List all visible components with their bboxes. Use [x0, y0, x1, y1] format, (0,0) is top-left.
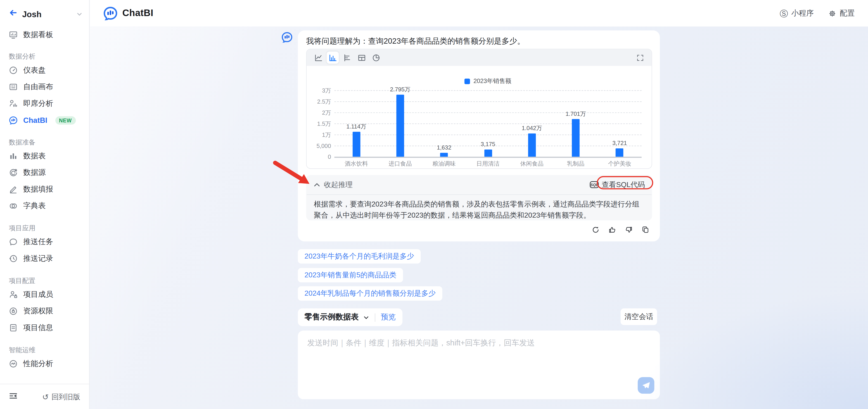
y-tick-label: 1万: [309, 131, 331, 139]
bar-value-label: 1.114万: [334, 123, 379, 130]
sidebar-item-project-members[interactable]: 项目成员: [0, 286, 89, 303]
assistant-understanding-text: 我将问题理解为：查询2023年各商品品类的销售额分别是多少。: [306, 35, 652, 47]
sidebar-item-push-tasks[interactable]: 推送任务: [0, 234, 89, 250]
sidebar-item-push-history[interactable]: 推送记录: [0, 250, 89, 267]
gridline: [334, 101, 641, 102]
collapse-reasoning-toggle[interactable]: 收起推理: [314, 180, 352, 189]
suggestion-chip[interactable]: 2024年乳制品每个月的销售额分别是多少: [298, 286, 442, 301]
horizontal-bar-chart-icon[interactable]: [341, 52, 353, 64]
legend-label: 2023年销售额: [473, 77, 512, 85]
copy-icon[interactable]: [639, 223, 652, 236]
bar-粮油调味: [440, 153, 448, 157]
sidebar-item-adhoc-analysis[interactable]: 即席分析: [0, 95, 89, 112]
gauge-icon: [9, 66, 18, 75]
y-tick-label: 3万: [309, 87, 331, 94]
sidebar-item-dictionary[interactable]: 字典表: [0, 198, 89, 214]
sidebar-item-data-sources[interactable]: 数据源: [0, 165, 89, 181]
header-actions: Ⓢ 小程序 配置: [780, 8, 855, 18]
sidebar-item-canvas[interactable]: 自由画布: [0, 79, 89, 95]
chatbi-logo-icon: [103, 6, 118, 21]
assistant-avatar: [281, 32, 293, 43]
push-task-icon: [9, 237, 18, 246]
sidebar-group-title: 数据准备: [0, 138, 89, 147]
sidebar-item-chatbi[interactable]: ChatBI NEW: [0, 112, 89, 128]
chart-type-toolbar: [307, 49, 652, 66]
bar-value-label: 1.701万: [554, 110, 598, 118]
sidebar-item-label: 自由画布: [23, 82, 53, 92]
bar-个护美妆: [616, 148, 623, 157]
thumbs-down-icon[interactable]: [622, 223, 636, 236]
paper-plane-icon: [642, 381, 650, 390]
sidebar-group-title: 项目应用: [0, 224, 89, 233]
reasoning-header: 收起推理 SQL 查看SQL代码: [306, 175, 652, 194]
suggestion-chip[interactable]: 2023年牛奶各个月的毛利润是多少: [298, 249, 421, 264]
bar-进口食品: [396, 95, 404, 157]
y-tick-label: 2.5万: [309, 98, 331, 106]
gear-icon: [828, 9, 837, 18]
sidebar-item-data-tables[interactable]: 数据表: [0, 148, 89, 165]
fullscreen-icon[interactable]: [634, 52, 646, 64]
sidebar-item-label: 项目成员: [23, 290, 53, 299]
preview-link[interactable]: 预览: [381, 313, 396, 322]
project-name: Josh: [22, 9, 41, 19]
project-switcher[interactable]: Josh: [0, 0, 89, 21]
collapse-sidebar-icon[interactable]: [9, 391, 18, 402]
y-tick-label: 5,000: [309, 142, 331, 149]
line-chart-icon[interactable]: [312, 52, 324, 64]
reasoning-panel: 收起推理 SQL 查看SQL代码 根据需求，要查询2023年各商品品类的销售额，…: [306, 175, 652, 220]
sidebar-item-project-info[interactable]: 项目信息: [0, 319, 89, 336]
back-arrow-icon[interactable]: [9, 8, 18, 20]
bar-酒水饮料: [352, 132, 360, 157]
sidebar-group-intelligent-ops: 智能运维 性能分析: [0, 345, 89, 372]
sidebar-item-label: 数据源: [23, 168, 46, 178]
sidebar-item-resource-permissions[interactable]: 资源权限: [0, 303, 89, 319]
table-view-icon[interactable]: [355, 52, 368, 64]
sidebar: Josh 数据看板 数据分析 仪表盘 自: [0, 0, 90, 409]
sidebar-item-data-board[interactable]: 数据看板: [0, 27, 89, 43]
sidebar-item-label: 数据填报: [23, 184, 53, 194]
sidebar-group-project-config: 项目配置 项目成员 资源权限 项目信息: [0, 276, 89, 336]
adhoc-analysis-icon: [9, 99, 18, 108]
message-input[interactable]: [306, 337, 639, 387]
chat-area: 我将问题理解为：查询2023年各商品品类的销售额分别是多少。: [90, 26, 868, 409]
bar-value-label: 1,632: [422, 144, 466, 150]
bar-value-label: 2.795万: [378, 86, 423, 93]
clear-session-button[interactable]: 清空会话: [621, 308, 657, 325]
members-icon: [9, 290, 18, 299]
config-button[interactable]: 配置: [828, 8, 855, 18]
mini-program-icon: Ⓢ: [780, 9, 788, 18]
new-badge: NEW: [55, 116, 76, 124]
view-sql-button[interactable]: SQL 查看SQL代码: [587, 178, 648, 191]
sidebar-group-project-apps: 项目应用 推送任务 推送记录: [0, 224, 89, 267]
sidebar-item-dashboard[interactable]: 仪表盘: [0, 62, 89, 79]
sidebar-item-data-entry[interactable]: 数据填报: [0, 181, 89, 198]
back-to-old-version-link[interactable]: ↺ 回到旧版: [42, 392, 80, 402]
undo-icon: ↺: [42, 393, 49, 401]
mini-program-button[interactable]: Ⓢ 小程序: [780, 8, 814, 18]
x-axis-label: 休闲食品: [510, 160, 554, 168]
bar-日用清洁: [484, 149, 492, 157]
sidebar-group-analysis: 数据分析 仪表盘 自由画布 即席分析: [0, 52, 89, 128]
suggestion-chip[interactable]: 2023年销售量前5的商品品类: [298, 268, 403, 283]
dataset-selector[interactable]: 零售示例数据表 预览: [298, 308, 403, 326]
sidebar-item-performance[interactable]: 性能分析: [0, 355, 89, 372]
sidebar-item-label: 数据表: [23, 151, 46, 161]
thumbs-up-icon[interactable]: [606, 223, 619, 236]
bar-乳制品: [572, 119, 580, 156]
bar-chart-icon[interactable]: [327, 52, 339, 64]
sidebar-item-label: 数据看板: [23, 30, 53, 40]
back-to-old-label: 回到旧版: [52, 392, 80, 402]
x-axis-label: 进口食品: [378, 160, 423, 168]
x-axis-label: 个护美妆: [597, 160, 642, 168]
pie-chart-icon[interactable]: [370, 52, 382, 64]
y-tick-label: 0: [309, 153, 331, 160]
config-label: 配置: [840, 8, 855, 18]
x-axis-label: 酒水饮料: [334, 160, 379, 168]
sidebar-item-label: 字典表: [23, 201, 46, 211]
chevron-down-icon[interactable]: [76, 11, 83, 17]
send-button[interactable]: [638, 377, 654, 393]
sidebar-group-title: 智能运维: [0, 345, 89, 354]
app-header: ChatBI Ⓢ 小程序 配置: [90, 0, 868, 26]
message-actions: [589, 223, 652, 236]
regenerate-icon[interactable]: [589, 223, 602, 236]
